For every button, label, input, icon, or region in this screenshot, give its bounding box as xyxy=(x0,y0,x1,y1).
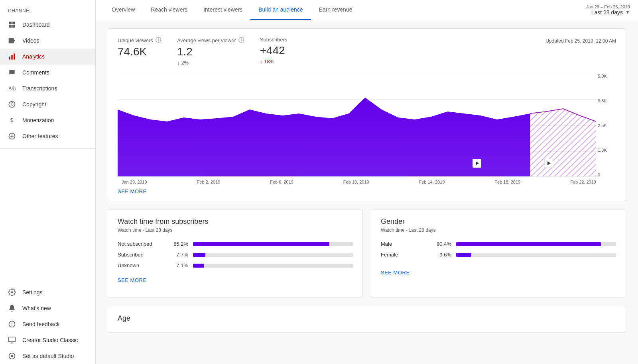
sidebar-item-whats-new-label: What's new xyxy=(22,305,51,311)
chart-container xyxy=(118,74,596,177)
bar-pct-male: 90.4% xyxy=(433,241,451,247)
avg-views-info-icon[interactable]: ⓘ xyxy=(238,37,244,44)
sidebar-item-videos[interactable]: Videos xyxy=(0,33,95,49)
chart-wrapper: 5.0K 3.8K 2.5K 1.3K 0 Jan 29, 2019 Feb 2… xyxy=(118,74,616,184)
bar-fill-male xyxy=(456,242,601,246)
age-card: Age xyxy=(108,306,626,333)
svg-point-24 xyxy=(11,355,14,358)
svg-marker-32 xyxy=(530,109,596,176)
dropdown-arrow-icon: ▼ xyxy=(625,10,630,15)
svg-rect-20 xyxy=(9,337,16,342)
bar-pct-female: 9.6% xyxy=(433,252,451,258)
svg-point-16 xyxy=(11,292,13,294)
sidebar-item-monetization[interactable]: $ Monetization xyxy=(0,112,95,128)
sidebar-item-creator-studio[interactable]: Creator Studio Classic xyxy=(0,332,95,348)
bar-label-male: Male xyxy=(381,241,429,247)
svg-rect-8 xyxy=(14,54,15,60)
metric-unique-viewers: Unique viewers ⓘ 74.6K xyxy=(118,37,161,66)
tab-overview[interactable]: Overview xyxy=(104,0,143,20)
sidebar-item-copyright-label: Copyright xyxy=(22,101,46,108)
unique-viewers-info-icon[interactable]: ⓘ xyxy=(156,37,161,44)
bar-row-unknown: Unknown 7.1% xyxy=(118,262,353,268)
metric-unique-viewers-label: Unique viewers ⓘ xyxy=(118,37,161,44)
chart-area: 5.0K 3.8K 2.5K 1.3K 0 xyxy=(118,74,616,177)
svg-rect-3 xyxy=(12,25,15,28)
sidebar-item-set-default[interactable]: Set as default Studio xyxy=(0,348,95,364)
svg-text:C: C xyxy=(11,102,14,106)
sidebar-item-transcriptions[interactable]: Aあ Transcriptions xyxy=(0,80,95,96)
gender-see-more[interactable]: SEE MORE xyxy=(381,266,410,282)
metric-subscribers: Subscribers +442 ↓ 18% xyxy=(260,37,287,66)
date-range-value: Last 28 days ▼ xyxy=(591,9,630,16)
watch-time-title: Watch time from subscribers xyxy=(118,217,353,226)
svg-text:Aあ: Aあ xyxy=(9,86,16,90)
date-range-label: Jan 29 – Feb 25, 2019 xyxy=(586,4,630,9)
watch-time-subtitle: Watch time · Last 28 days xyxy=(118,227,353,233)
play-marker-1[interactable] xyxy=(473,159,481,169)
bar-track-not-subscribed xyxy=(193,242,353,246)
sidebar-item-settings[interactable]: Settings xyxy=(0,284,95,300)
other-features-icon xyxy=(8,132,16,140)
bar-row-female: Female 9.6% xyxy=(381,252,616,258)
bar-fill-not-subscribed xyxy=(193,242,329,246)
chart-see-more-link[interactable]: SEE MORE xyxy=(118,184,147,201)
sidebar-item-comments-label: Comments xyxy=(22,69,49,76)
dashboard-icon xyxy=(8,21,16,29)
comments-icon xyxy=(8,68,16,76)
metric-subscribers-label: Subscribers xyxy=(260,37,287,43)
x-label-2: Feb 6, 2019 xyxy=(270,180,293,184)
bar-row-subscribed: Subscribed 7.7% xyxy=(118,252,353,258)
svg-rect-2 xyxy=(9,25,12,28)
bar-pct-not-subscribed: 85.2% xyxy=(170,241,188,247)
sidebar-item-analytics[interactable]: Analytics xyxy=(0,49,95,65)
main-content: Overview Reach viewers Interest viewers … xyxy=(96,0,638,364)
sidebar-item-analytics-label: Analytics xyxy=(22,53,45,60)
watch-time-card: Watch time from subscribers Watch time ·… xyxy=(108,209,363,298)
bar-track-subscribed xyxy=(193,253,353,257)
tabs-bar: Overview Reach viewers Interest viewers … xyxy=(96,0,638,20)
bar-row-male: Male 90.4% xyxy=(381,241,616,247)
bar-label-subscribed: Subscribed xyxy=(118,252,165,258)
sidebar-item-copyright[interactable]: C Copyright xyxy=(0,96,95,112)
bar-fill-subscribed xyxy=(193,253,205,257)
content-area: Unique viewers ⓘ 74.6K Average views per… xyxy=(96,20,638,364)
sidebar-item-set-default-label: Set as default Studio xyxy=(22,353,74,359)
date-range-selector[interactable]: Jan 29 – Feb 25, 2019 Last 28 days ▼ xyxy=(578,1,630,19)
tab-interest-viewers[interactable]: Interest viewers xyxy=(195,0,250,20)
tab-build-audience[interactable]: Build an audience xyxy=(250,0,311,20)
bar-track-male xyxy=(456,242,616,246)
svg-rect-7 xyxy=(11,55,12,60)
svg-rect-1 xyxy=(12,22,15,25)
sidebar-item-settings-label: Settings xyxy=(22,289,43,296)
gender-see-more-container: SEE MORE xyxy=(381,266,616,282)
sidebar-divider-1 xyxy=(0,148,95,149)
age-title: Age xyxy=(118,314,616,323)
analytics-icon xyxy=(8,53,16,61)
x-label-1: Feb 2, 2019 xyxy=(197,180,221,184)
bar-fill-unknown xyxy=(193,264,204,268)
x-label-3: Feb 10, 2019 xyxy=(343,180,369,184)
sidebar-item-monetization-label: Monetization xyxy=(22,117,54,123)
tab-reach-viewers[interactable]: Reach viewers xyxy=(143,0,195,20)
svg-marker-5 xyxy=(13,39,15,42)
metric-subscribers-change: ↓ 18% xyxy=(260,59,287,65)
bar-track-female xyxy=(456,253,616,257)
bar-label-female: Female xyxy=(381,252,429,258)
metric-avg-views-value: 1.2 xyxy=(177,45,244,58)
bar-row-not-subscribed: Not subscribed 85.2% xyxy=(118,241,353,247)
x-axis-labels: Jan 29, 2019 Feb 2, 2019 Feb 6, 2019 Feb… xyxy=(118,177,616,184)
sidebar-item-other-features[interactable]: Other features xyxy=(0,128,95,144)
y-label-25k: 2.5K xyxy=(598,123,614,128)
sidebar-item-whats-new[interactable]: What's new xyxy=(0,300,95,316)
sidebar-item-dashboard[interactable]: Dashboard xyxy=(0,17,95,33)
bar-label-unknown: Unknown xyxy=(118,262,165,268)
bar-label-not-subscribed: Not subscribed xyxy=(118,241,165,247)
sidebar-item-comments[interactable]: Comments xyxy=(0,65,95,80)
svg-rect-6 xyxy=(9,57,10,60)
subscribers-down-arrow-icon: ↓ xyxy=(260,59,263,65)
sidebar-item-send-feedback[interactable]: Send feedback xyxy=(0,316,95,332)
tab-earn-revenue[interactable]: Earn revenue xyxy=(311,0,360,20)
metrics-card: Unique viewers ⓘ 74.6K Average views per… xyxy=(108,28,626,201)
watch-time-see-more[interactable]: SEE MORE xyxy=(118,273,147,290)
play-marker-2[interactable] xyxy=(544,159,553,169)
